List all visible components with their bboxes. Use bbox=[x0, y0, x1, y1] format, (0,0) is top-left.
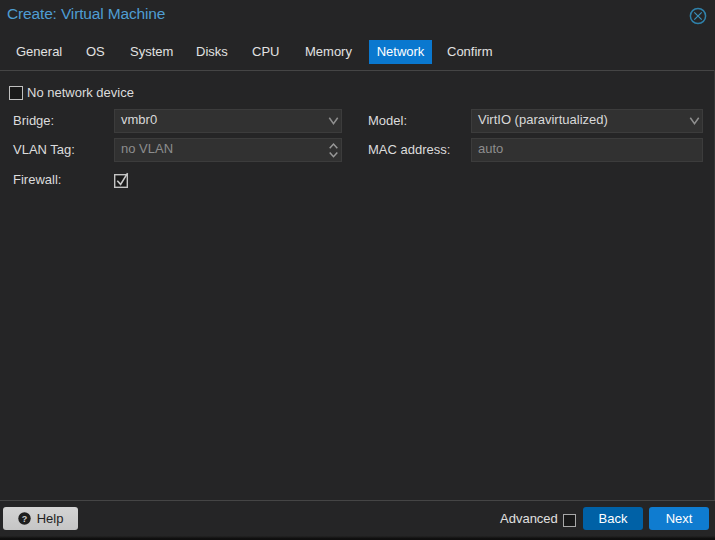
svg-text:?: ? bbox=[21, 514, 27, 524]
